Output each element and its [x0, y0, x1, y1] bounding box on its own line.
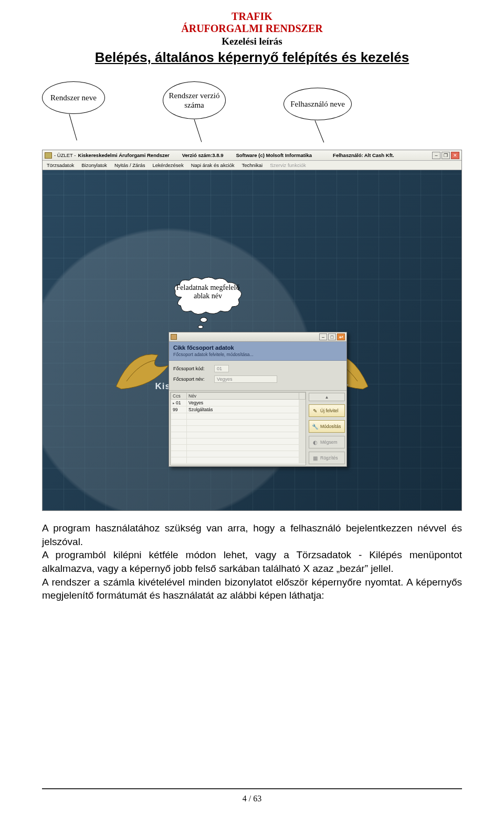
grid-cell: 01 [171, 400, 187, 406]
section-heading: Belépés, általános képernyő felépítés és… [42, 49, 462, 66]
paragraph-2: A programból kilépni kétféle módon lehet… [42, 549, 462, 574]
callout-user: Felhasználó neve [284, 88, 352, 120]
thought-bubble-icon [200, 317, 207, 322]
menu-technikai[interactable]: Technikai [242, 162, 263, 168]
table-row[interactable]: 01 Vegyes [171, 400, 306, 406]
page-number: 4 / 63 [0, 794, 504, 803]
title-version-value: 3.8.9 [212, 152, 223, 158]
maximize-button[interactable]: ❐ [442, 152, 450, 159]
minimize-button[interactable]: – [432, 152, 440, 159]
dialog-button-column: ▲ ✎ Új felvitel 🔧 Módosítás ◐ Mégsem ▦ [307, 391, 346, 466]
title-shop: - ÜZLET - [54, 152, 76, 158]
title-app: Kiskereskedelmi Áruforgami Rendszer [78, 152, 170, 158]
cancel-icon: ◐ [311, 438, 319, 446]
callout-pointer [194, 119, 202, 142]
modify-button[interactable]: 🔧 Módosítás [309, 420, 345, 433]
scroll-up-button[interactable]: ▲ [309, 393, 345, 401]
table-row [171, 420, 306, 426]
callout-pointer [315, 120, 324, 142]
thought-label: Feladatnak megfelelő ablak név [171, 284, 245, 300]
footer-rule [42, 788, 462, 790]
menu-torzsadatok[interactable]: Törzsadatok [47, 162, 74, 168]
dialog-maximize-button[interactable]: □ [328, 333, 336, 340]
dialog-grid[interactable]: Ccs Név 01 Vegyes 99 Szolgáltatás [170, 392, 306, 465]
close-button[interactable]: ✕ [451, 152, 459, 159]
body-text: A program használatához szükség van arra… [42, 521, 462, 602]
paragraph-1: A program használatához szükség van arra… [42, 523, 462, 547]
new-button-label: Új felvitel [320, 408, 338, 413]
new-button[interactable]: ✎ Új felvitel [309, 404, 345, 417]
title-user-value: Alt Cash Kft. [364, 152, 394, 158]
cancel-button[interactable]: ◐ Mégsem [309, 436, 345, 448]
callout-pointer [69, 114, 77, 140]
title-version-label: Verzió szám: [182, 152, 213, 158]
pencil-icon: ✎ [311, 407, 319, 414]
menu-bizonylatok[interactable]: Bizonylatok [81, 162, 107, 168]
save-button-label: Rögzítés [320, 455, 338, 461]
wrench-icon: 🔧 [311, 423, 319, 430]
modify-button-label: Módosítás [320, 424, 341, 429]
dialog-form: Főcsoport kód: 01 Főcsoport név: Vegyes [169, 361, 346, 391]
callouts-area: Rendszer neve Rendszer verzió száma Felh… [42, 76, 462, 150]
grid-col-nev[interactable]: Név [187, 393, 299, 400]
table-row[interactable]: 99 Szolgáltatás [171, 406, 306, 413]
dialog-minimize-button[interactable]: – [319, 333, 327, 340]
dialog-title-bar: – □ ↩ [169, 332, 346, 342]
paragraph-3: A rendszer a számla kivételével minden b… [42, 577, 462, 601]
grid-cell: Vegyes [187, 400, 299, 406]
dialog-title: Cikk főcsoport adatok [173, 344, 342, 351]
app-title-bar: - ÜZLET - Kiskereskedelmi Áruforgami Ren… [43, 150, 461, 161]
table-row [171, 438, 306, 445]
input-focsoport-kod[interactable]: 01 [214, 365, 229, 372]
table-row [171, 445, 306, 451]
table-row [171, 426, 306, 432]
table-row [171, 457, 306, 464]
menu-nyitas-zaras[interactable]: Nyitás / Zárás [114, 162, 145, 168]
app-menu-bar: Törzsadatok Bizonylatok Nyitás / Zárás L… [43, 161, 461, 170]
dialog-header: Cikk főcsoport adatok Főcsoport adatok f… [169, 342, 346, 361]
dialog-subtitle: Főcsoport adatok felvitele, módosítása..… [173, 352, 342, 357]
app-icon [45, 152, 52, 159]
grid-col-ccs[interactable]: Ccs [171, 393, 187, 400]
doc-title-2: ÁRUFORGALMI RENDSZER [42, 23, 462, 35]
menu-napi-arak[interactable]: Napi árak és akciók [191, 162, 235, 168]
label-focsoport-kod: Főcsoport kód: [173, 366, 214, 371]
dialog-close-button[interactable]: ↩ [337, 333, 345, 340]
grid-scrollbar[interactable] [299, 400, 306, 464]
thought-bubble-icon [198, 325, 203, 329]
callout-thought-cloud: Feladatnak megfelelő ablak név [171, 276, 245, 315]
menu-szerviz: Szerviz funkciók [270, 162, 306, 168]
callout-version: Rendszer verzió száma [163, 81, 226, 119]
title-software: Software (c) Molsoft Informatika [236, 152, 312, 158]
table-row [171, 432, 306, 438]
app-screenshot: - ÜZLET - Kiskereskedelmi Áruforgami Ren… [42, 150, 462, 511]
label-focsoport-nev: Főcsoport név: [173, 377, 214, 382]
dialog-icon [171, 334, 177, 340]
input-focsoport-nev[interactable]: Vegyes [214, 375, 277, 383]
doc-subtitle: Kezelési leírás [42, 36, 462, 47]
table-row [171, 413, 306, 420]
grid-cell: Szolgáltatás [187, 406, 299, 413]
save-icon: ▦ [311, 454, 319, 462]
doc-title-1: TRAFIK [42, 11, 462, 23]
menu-lekerdezesek[interactable]: Lekérdezések [152, 162, 183, 168]
cancel-button-label: Mégsem [320, 440, 338, 445]
callout-system-name: Rendszer neve [42, 81, 105, 114]
save-button[interactable]: ▦ Rögzítés [309, 452, 345, 464]
table-row [171, 451, 306, 457]
grid-cell: 99 [171, 406, 187, 413]
grid-scroll-col [299, 393, 306, 400]
title-user-label: Felhasználó: [333, 152, 363, 158]
dialog-window: – □ ↩ Cikk főcsoport adatok Főcsoport ad… [169, 332, 347, 467]
